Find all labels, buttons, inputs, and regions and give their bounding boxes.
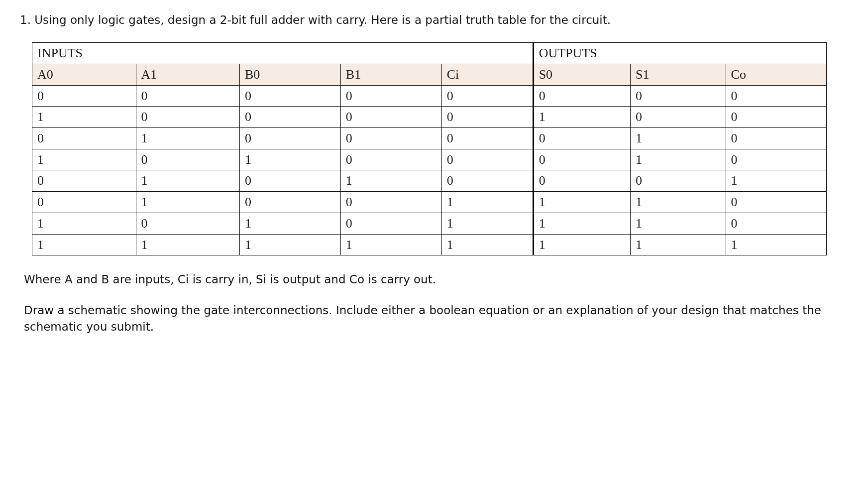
cell: 1: [631, 213, 726, 234]
cell: 1: [32, 213, 136, 234]
table-row: 0 1 0 0 0 0 1 0: [32, 128, 827, 149]
table-row: 0 1 0 1 0 0 0 1: [32, 170, 827, 192]
question-text: Using only logic gates, design a 2-bit f…: [34, 13, 611, 26]
cell: 0: [441, 107, 533, 128]
cell: 0: [240, 85, 341, 107]
cell: 0: [726, 149, 827, 170]
cell: 0: [441, 128, 533, 149]
cell: 1: [32, 107, 136, 128]
col-B0: B0: [240, 64, 341, 86]
cell: 1: [340, 170, 441, 192]
col-Ci: Ci: [441, 64, 533, 86]
cell: 0: [533, 170, 630, 192]
col-A0: A0: [32, 64, 136, 86]
cell: 0: [340, 192, 441, 213]
cell: 1: [32, 234, 136, 255]
cell: 1: [340, 234, 441, 255]
cell: 0: [533, 149, 630, 170]
cell: 0: [631, 107, 726, 128]
col-S1: S1: [631, 64, 726, 86]
cell: 1: [533, 234, 630, 255]
cell: 1: [136, 128, 240, 149]
cell: 0: [32, 128, 136, 149]
cell: 1: [631, 128, 726, 149]
table-row: 1 1 1 1 1 1 1 1: [32, 234, 827, 255]
group-header-row: INPUTS OUTPUTS: [32, 43, 827, 64]
question-prompt: 1. Using only logic gates, design a 2-bi…: [20, 12, 848, 28]
cell: 1: [240, 149, 341, 170]
column-header-row: A0 A1 B0 B1 Ci S0 S1 Co: [32, 64, 827, 86]
cell: 0: [136, 213, 240, 234]
cell: 0: [631, 85, 726, 107]
cell: 0: [340, 107, 441, 128]
question-number: 1.: [20, 13, 31, 26]
cell: 0: [240, 107, 341, 128]
col-Co: Co: [726, 64, 827, 86]
cell: 1: [136, 170, 240, 192]
cell: 1: [533, 107, 630, 128]
col-A1: A1: [136, 64, 240, 86]
cell: 0: [441, 85, 533, 107]
cell: 0: [726, 192, 827, 213]
legend-text: Where A and B are inputs, Ci is carry in…: [24, 271, 848, 288]
cell: 1: [240, 234, 341, 255]
inputs-group-header: INPUTS: [32, 43, 534, 64]
table-row: 0 0 0 0 0 0 0 0: [32, 85, 827, 107]
cell: 0: [726, 213, 827, 234]
cell: 1: [631, 149, 726, 170]
col-S0: S0: [533, 64, 630, 86]
truth-table-body: 0 0 0 0 0 0 0 0 1 0 0 0 0 1 0 0 0 1: [32, 85, 827, 255]
cell: 0: [136, 85, 240, 107]
cell: 0: [340, 213, 441, 234]
cell: 1: [136, 192, 240, 213]
cell: 1: [240, 213, 341, 234]
outputs-group-header: OUTPUTS: [533, 43, 827, 64]
cell: 0: [533, 85, 630, 107]
cell: 0: [340, 128, 441, 149]
cell: 0: [340, 149, 441, 170]
task-text: Draw a schematic showing the gate interc…: [24, 302, 848, 336]
document-page: 1. Using only logic gates, design a 2-bi…: [0, 0, 868, 355]
cell: 1: [631, 192, 726, 213]
cell: 0: [631, 170, 726, 192]
cell: 0: [441, 149, 533, 170]
cell: 0: [726, 85, 827, 107]
cell: 0: [32, 192, 136, 213]
cell: 1: [136, 234, 240, 255]
cell: 0: [726, 128, 827, 149]
cell: 1: [441, 192, 533, 213]
truth-table: INPUTS OUTPUTS A0 A1 B0 B1 Ci S0 S1 Co 0…: [32, 42, 827, 255]
cell: 1: [32, 149, 136, 170]
cell: 0: [340, 85, 441, 107]
cell: 0: [240, 170, 341, 192]
cell: 0: [240, 128, 341, 149]
cell: 0: [240, 192, 341, 213]
table-row: 1 0 1 0 0 0 1 0: [32, 149, 827, 170]
cell: 0: [136, 107, 240, 128]
cell: 1: [441, 234, 533, 255]
cell: 0: [32, 170, 136, 192]
cell: 1: [533, 213, 630, 234]
cell: 1: [726, 170, 827, 192]
col-B1: B1: [340, 64, 441, 86]
cell: 1: [726, 234, 827, 255]
cell: 1: [441, 213, 533, 234]
cell: 0: [136, 149, 240, 170]
cell: 0: [441, 170, 533, 192]
cell: 0: [726, 107, 827, 128]
cell: 1: [631, 234, 726, 255]
cell: 0: [533, 128, 630, 149]
table-row: 0 1 0 0 1 1 1 0: [32, 192, 827, 213]
table-row: 1 0 1 0 1 1 1 0: [32, 213, 827, 234]
cell: 1: [533, 192, 630, 213]
table-row: 1 0 0 0 0 1 0 0: [32, 107, 827, 128]
cell: 0: [32, 85, 136, 107]
